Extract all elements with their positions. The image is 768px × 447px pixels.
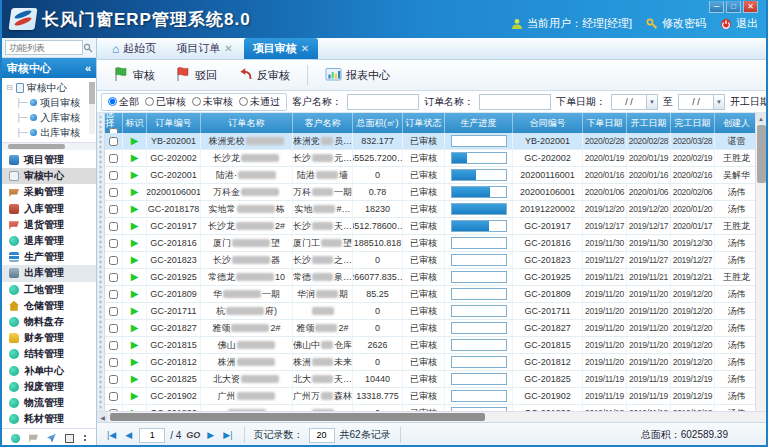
last-page-button[interactable]: ▶| [221, 429, 234, 441]
change-password-button[interactable]: 修改密码 [646, 16, 706, 31]
sidebar-item-仓储管理[interactable]: 仓储管理 [2, 298, 96, 314]
table-row[interactable]: ▶GC-201812株洲株洲未来0已审核GC-2018122019/11/202… [105, 354, 755, 371]
table-row[interactable]: ▶GC-201925常德龙10常德泉…266077.835…已审核GC-2019… [105, 269, 755, 286]
search-icon[interactable] [83, 43, 93, 53]
table-row[interactable]: ▶GC-202002长沙龙长沙元…65525.7200…已审核GC-202002… [105, 150, 755, 167]
close-tab-icon[interactable]: ✕ [224, 43, 232, 54]
order-date-to-picker[interactable]: / /▼ [678, 94, 725, 110]
close-button[interactable]: ✕ [743, 1, 758, 13]
row-checkbox[interactable] [109, 171, 118, 180]
column-header-status[interactable]: 订单状态 [403, 113, 445, 133]
table-row[interactable]: ▶GC-2018178实地常栋实地#…18230已审核2019122000220… [105, 201, 755, 218]
column-header-order_no[interactable]: 订单编号 [147, 113, 201, 133]
row-checkbox[interactable] [109, 409, 118, 412]
column-header-contract_no[interactable]: 合同编号 [513, 113, 583, 133]
sidebar-item-生产管理[interactable]: 生产管理 [2, 249, 96, 265]
报表中心-button[interactable]: 报表中心 [317, 62, 398, 88]
sidebar-item-退库管理[interactable]: 退库管理 [2, 233, 96, 249]
scroll-left-icon[interactable]: ◀ [97, 412, 108, 422]
row-checkbox[interactable] [109, 307, 118, 316]
radio-全部[interactable]: 全部 [108, 95, 139, 109]
sidebar-item-工地管理[interactable]: 工地管理 [2, 282, 96, 298]
column-header-name[interactable]: 订单名称 [201, 113, 293, 133]
grid-splitter[interactable] [97, 113, 105, 411]
radio-已审核[interactable]: 已审核 [145, 95, 186, 109]
row-checkbox[interactable] [109, 188, 118, 197]
logout-button[interactable]: 退出 [720, 16, 758, 31]
radio-input-未审核[interactable] [192, 97, 201, 106]
table-row[interactable]: ▶20200106001万科金万科一期0.78已审核20200106001202… [105, 184, 755, 201]
tab-项目审核[interactable]: 项目审核✕ [244, 38, 318, 59]
cart-icon[interactable] [29, 434, 38, 443]
more-icon[interactable] [83, 434, 87, 443]
radio-input-未通过[interactable] [239, 97, 248, 106]
sidebar-item-出库管理[interactable]: 出库管理 [2, 265, 96, 281]
table-row[interactable]: ▶GC-201809华一期华润期85.25已审核GC-2018092019/11… [105, 286, 755, 303]
row-checkbox[interactable] [109, 358, 118, 367]
tree-item-4[interactable]: ├─入库审核回退 [6, 140, 96, 142]
table-row[interactable]: ▶GC-201823长沙器长沙之…0已审核GC-2018232019/11/27… [105, 252, 755, 269]
row-checkbox[interactable] [109, 290, 118, 299]
sidebar-item-入库管理[interactable]: 入库管理 [2, 201, 96, 217]
column-header-area[interactable]: 总面积(㎡) [353, 113, 403, 133]
column-header-progress[interactable]: 生产进度 [445, 113, 513, 133]
sidebar-item-物料盘存[interactable]: 物料盘存 [2, 314, 96, 330]
table-row[interactable]: ▶GC-2018060已审核GC-2018062019/11/182019/11… [105, 405, 755, 411]
radio-未通过[interactable]: 未通过 [239, 95, 280, 109]
grid-vertical-scrollbar[interactable]: ▲ [755, 113, 766, 411]
prev-page-button[interactable]: ◀ [123, 429, 134, 441]
tree-vertical-scrollbar[interactable] [89, 82, 95, 134]
order-date-from-picker[interactable]: / /▼ [611, 94, 658, 110]
sidebar-item-退货管理[interactable]: 退货管理 [2, 217, 96, 233]
row-checkbox[interactable] [109, 205, 118, 214]
grid-horizontal-scrollbar[interactable]: ◀ [97, 411, 766, 422]
radio-input-全部[interactable] [108, 97, 117, 106]
column-header-creator[interactable]: 创建人 [715, 113, 759, 133]
task-icon[interactable] [65, 434, 74, 443]
column-header-flag[interactable]: 标识 [123, 113, 147, 133]
tree-horizontal-scrollbar[interactable] [2, 142, 96, 150]
minimize-button[interactable]: ─ [709, 1, 724, 13]
sidebar-item-结转管理[interactable]: 结转管理 [2, 346, 96, 362]
next-page-button[interactable]: ▶ [205, 429, 216, 441]
sidebar-item-项目管理[interactable]: 项目管理 [2, 152, 96, 168]
sidebar-item-耗材管理[interactable]: 耗材管理 [2, 411, 96, 427]
tab-项目订单[interactable]: 项目订单✕ [167, 38, 241, 59]
sidebar-item-审核中心[interactable]: 审核中心 [2, 168, 96, 184]
row-checkbox[interactable] [109, 154, 118, 163]
row-checkbox[interactable] [109, 392, 118, 401]
row-checkbox[interactable] [109, 273, 118, 282]
tree-item-3[interactable]: ├─出库审核 [6, 125, 96, 140]
table-row[interactable]: ▶GC-201917长沙龙2#长沙天…8512.78600…已审核GC-2019… [105, 218, 755, 235]
radio-未审核[interactable]: 未审核 [192, 95, 233, 109]
sidebar-item-采购管理[interactable]: 采购管理 [2, 184, 96, 200]
chevron-down-icon[interactable]: ▼ [646, 95, 657, 109]
column-header-sel[interactable]: 选择 [105, 113, 123, 133]
row-checkbox[interactable] [109, 341, 118, 350]
sidebar-item-财务管理[interactable]: 财务管理 [2, 330, 96, 346]
column-header-customer[interactable]: 客户名称 [293, 113, 353, 133]
maximize-button[interactable]: □ [726, 1, 741, 13]
scroll-up-icon[interactable]: ▲ [756, 113, 766, 124]
order-name-input[interactable] [479, 94, 551, 110]
审核-button[interactable]: 审核 [105, 62, 163, 88]
table-row[interactable]: ▶GC-201902广州广州万森林13318.775已审核GC-20190220… [105, 388, 755, 405]
close-tab-icon[interactable]: ✕ [301, 43, 309, 54]
table-row[interactable]: ▶GC-201815佛山佛山中仓库2626已审核GC-2018152019/11… [105, 337, 755, 354]
column-header-order_date[interactable]: 下单日期 [583, 113, 627, 133]
table-row[interactable]: ▶GC-201816厦门望厦门工望188510.818已审核GC-2018162… [105, 235, 755, 252]
table-row[interactable]: ▶GC-202001陆港·陆港墙0已审核202001160012020/01/1… [105, 167, 755, 184]
驳回-button[interactable]: 驳回 [167, 62, 225, 88]
go-page-button[interactable]: GO [186, 430, 200, 440]
vertical-scroll-thumb[interactable] [757, 125, 766, 183]
customer-name-input[interactable] [347, 94, 419, 110]
row-checkbox[interactable] [109, 239, 118, 248]
table-row[interactable]: ▶YB-202001株洲党校株洲党员…832.177已审核YB-20200120… [105, 133, 755, 150]
send-icon[interactable] [47, 434, 56, 443]
first-page-button[interactable]: |◀ [105, 429, 118, 441]
row-checkbox[interactable] [109, 137, 118, 146]
sidebar-item-物流管理[interactable]: 物流管理 [2, 395, 96, 411]
function-search-input[interactable] [5, 40, 83, 55]
chevron-down-icon[interactable]: ▼ [713, 95, 724, 109]
tab-起始页[interactable]: ⌂起始页 [103, 38, 165, 59]
